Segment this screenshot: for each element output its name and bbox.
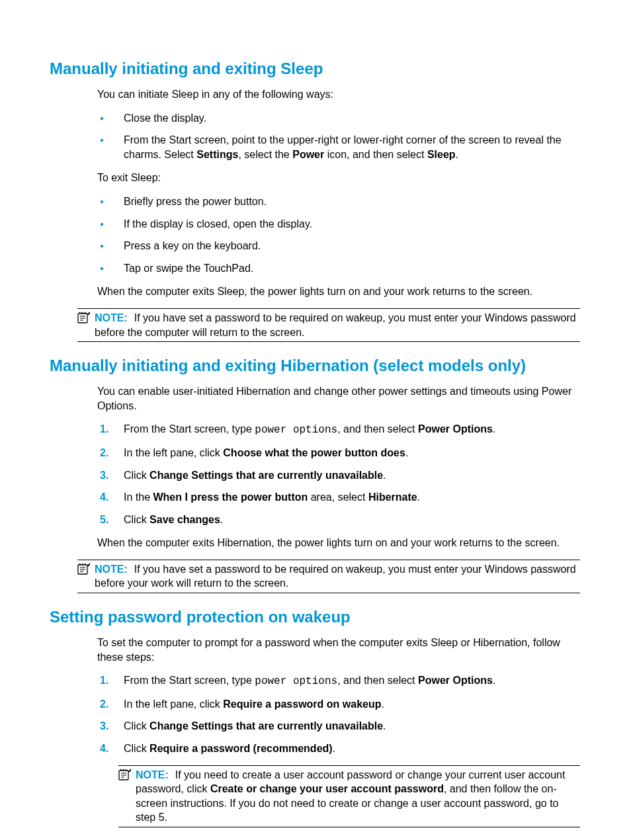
text: area, select (308, 491, 368, 503)
step-number: 5. (100, 513, 108, 527)
bold-text: Require a password on wakeup (223, 698, 381, 710)
step-number: 1. (100, 422, 108, 437)
list-item: From the Start screen, point to the uppe… (124, 133, 581, 161)
text: Click (124, 743, 149, 754)
bold-text: Power Options (418, 675, 493, 686)
text: , and then select (337, 423, 418, 435)
list-item: Briefly press the power button. (124, 194, 581, 209)
text: . (333, 743, 335, 754)
text: In the left pane, click (124, 698, 223, 710)
note-icon (77, 312, 91, 327)
note-icon (118, 769, 132, 784)
step-number: 3. (100, 719, 108, 734)
step-number: 3. (100, 468, 108, 483)
text: . (383, 470, 386, 481)
section-sleep: Manually initiating and exiting Sleep Yo… (50, 60, 581, 342)
bold-text: Hibernate (368, 491, 417, 503)
bold-text: When I press the power button (153, 491, 308, 503)
bold-text: Create or change your user account passw… (210, 783, 444, 794)
bold-text: Save changes (149, 514, 220, 525)
heading-password: Setting password protection on wakeup (50, 608, 581, 626)
code-text: power options (255, 675, 337, 687)
note-label: NOTE: (136, 769, 169, 780)
section-hibernation: Manually initiating and exiting Hibernat… (50, 357, 581, 593)
bold-text: Require a password (recommended) (149, 743, 333, 754)
step-number: 4. (100, 490, 108, 505)
text: icon, and then select (324, 149, 427, 160)
steps-list: 1.From the Start screen, type power opti… (97, 422, 581, 526)
section-body: You can initiate Sleep in any of the fol… (97, 87, 581, 299)
bold-text: Power Options (418, 423, 493, 435)
section-body: To set the computer to prompt for a pass… (97, 636, 581, 756)
list-item: 1.From the Start screen, type power opti… (124, 422, 581, 438)
note-block: NOTE:If you have set a password to be re… (77, 308, 580, 342)
bold-text: Power (292, 149, 324, 160)
text: . (456, 149, 458, 160)
list-item: 4.In the When I press the power button a… (124, 490, 581, 505)
document-page: Manually initiating and exiting Sleep Yo… (0, 0, 631, 840)
list-item: 3.Click Change Settings that are current… (124, 468, 581, 483)
exit-list: Briefly press the power button. If the d… (97, 194, 581, 275)
list-item: Close the display. (124, 111, 581, 126)
section-body: You can enable user-initiated Hibernatio… (97, 384, 581, 550)
bold-text: Choose what the power button does (223, 447, 405, 458)
text: . (493, 423, 495, 435)
list-item: 3.Click Change Settings that are current… (124, 719, 581, 734)
text: . (381, 698, 384, 710)
step-number: 2. (100, 697, 108, 712)
list-item: 2.In the left pane, click Require a pass… (124, 697, 581, 712)
bold-text: Sleep (427, 149, 456, 160)
text: From the Start screen, type (124, 423, 255, 435)
steps-list: 1.From the Start screen, type power opti… (97, 673, 581, 755)
note-text: If you have set a password to be require… (95, 564, 576, 589)
list-item: 2.In the left pane, click Choose what th… (124, 446, 581, 460)
step-number: 2. (100, 446, 108, 460)
text: . (493, 675, 495, 686)
intro-text: You can initiate Sleep in any of the fol… (97, 87, 581, 102)
bold-text: Settings (196, 149, 238, 160)
heading-sleep: Manually initiating and exiting Sleep (50, 60, 581, 78)
step-number: 1. (100, 673, 108, 688)
bold-text: Change Settings that are currently unava… (149, 720, 383, 732)
heading-hibernation: Manually initiating and exiting Hibernat… (50, 357, 581, 375)
intro-text: You can enable user-initiated Hibernatio… (97, 384, 581, 413)
text: , and then select (337, 675, 418, 686)
text: Click (124, 514, 149, 525)
note-block: NOTE:If you need to create a user accoun… (118, 765, 580, 827)
text: In the left pane, click (124, 447, 223, 458)
outro-text: When the computer exits Hibernation, the… (97, 536, 581, 550)
note-label: NOTE: (95, 564, 128, 575)
text: In the (124, 491, 153, 503)
step-number: 4. (100, 741, 108, 756)
text: Click (124, 720, 149, 732)
list-item: Press a key on the keyboard. (124, 239, 581, 253)
text: From the Start screen, type (124, 675, 255, 686)
exit-intro: To exit Sleep: (97, 171, 581, 185)
section-password: Setting password protection on wakeup To… (50, 608, 581, 840)
intro-text: To set the computer to prompt for a pass… (97, 636, 581, 664)
text: . (220, 514, 223, 525)
text: . (405, 447, 408, 458)
list-item: If the display is closed, open the displ… (124, 217, 581, 231)
list-item: 4.Click Require a password (recommended)… (124, 741, 581, 756)
initiate-list: Close the display. From the Start screen… (97, 111, 581, 162)
list-item: 1.From the Start screen, type power opti… (124, 673, 581, 689)
note-icon (77, 563, 91, 579)
text: , select the (238, 149, 292, 160)
code-text: power options (255, 424, 337, 436)
text: Click (124, 470, 149, 481)
note-block: NOTE:If you have set a password to be re… (77, 560, 580, 593)
bold-text: Change Settings that are currently unava… (149, 470, 383, 481)
note-label: NOTE: (95, 312, 128, 323)
text: . (417, 491, 420, 503)
text: . (383, 720, 386, 732)
note-text: If you have set a password to be require… (95, 312, 576, 338)
exit-outro: When the computer exits Sleep, the power… (97, 284, 581, 299)
list-item: 5.Click Save changes. (124, 513, 581, 527)
list-item: Tap or swipe the TouchPad. (124, 261, 581, 276)
